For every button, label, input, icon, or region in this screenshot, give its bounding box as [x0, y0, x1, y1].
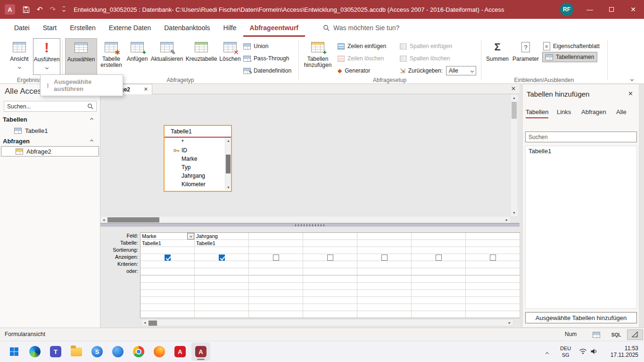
scroll-right-icon[interactable]: ► [506, 320, 513, 326]
ribbon-tab-abfrageentwurf[interactable]: Abfrageentwurf [243, 19, 305, 37]
grid-horizontal-scrollbar[interactable]: ◄ ► [141, 319, 513, 326]
pane-splitter[interactable] [100, 223, 520, 227]
grid-cell-tabelle-5[interactable] [357, 240, 412, 247]
query-design-surface[interactable]: Tabelle1 * ID Marke Typ Jahrgang Kilomet… [100, 94, 510, 216]
field-list-scrollbar[interactable]: ▲ ▼ [225, 138, 231, 190]
table-names-button[interactable]: Tabellennamen [542, 52, 597, 62]
access-taskbar-button[interactable]: A [191, 343, 210, 361]
field-dropdown-icon[interactable] [187, 233, 194, 239]
show-checkbox[interactable] [381, 255, 388, 261]
scroll-left-icon[interactable]: ◄ [141, 320, 148, 326]
ribbon-tab-datenbanktools[interactable]: Datenbanktools [157, 19, 216, 37]
show-checkbox[interactable] [490, 255, 496, 261]
access-app-icon[interactable]: A [5, 4, 15, 15]
grid-sortierung-row[interactable] [140, 247, 520, 254]
design-view-button[interactable] [627, 329, 643, 340]
browser-taskbar-button[interactable] [108, 343, 127, 361]
pass-through-button[interactable]: → Pass-Through [243, 53, 289, 64]
field-row-jahrgang[interactable]: Jahrgang [165, 172, 231, 180]
grid-cell-tabelle-2[interactable]: Tabelle1 [195, 240, 249, 247]
grid-cell-anzeigen-6[interactable] [412, 254, 466, 261]
skype-taskbar-button[interactable]: S [88, 343, 107, 361]
scrollbar-thumb[interactable] [226, 155, 231, 173]
nav-item-tabelle1[interactable]: Tabelle1 [0, 125, 100, 136]
grid-cell-feld-1[interactable]: Marke [140, 233, 195, 240]
show-checkbox[interactable] [327, 255, 333, 261]
scroll-down-icon[interactable]: ▼ [511, 209, 518, 216]
return-select[interactable]: Alle [446, 66, 476, 75]
grid-cell-feld-5[interactable] [357, 233, 412, 240]
crosstab-button[interactable]: Kreuztabelle [185, 38, 218, 75]
scrollbar-thumb[interactable] [512, 102, 517, 119]
grid-cell-anzeigen-3[interactable] [249, 254, 303, 261]
scroll-right-icon[interactable]: ► [504, 216, 510, 223]
show-checkbox[interactable] [273, 255, 279, 261]
language-indicator[interactable]: DEU SG [560, 345, 571, 358]
field-list-title[interactable]: Tabelle1 [165, 126, 231, 138]
grid-cell-anzeigen-1[interactable] [140, 254, 195, 261]
tell-me-search[interactable] [323, 24, 418, 32]
account-avatar[interactable]: RF [560, 3, 573, 16]
tray-chevron-up-icon[interactable] [546, 350, 548, 356]
grid-cell-tabelle-1[interactable]: Tabelle1 [140, 240, 195, 247]
ribbon-tab-datei[interactable]: Datei [8, 19, 36, 37]
teams-taskbar-button[interactable]: T [46, 343, 65, 361]
grid-cell-feld-4[interactable] [303, 233, 357, 240]
delete-query-button[interactable]: ✕ Löschen [219, 38, 241, 75]
nav-item-abfrage2[interactable]: Abfrage2 [1, 146, 99, 156]
field-row-kilometer[interactable]: Kilometer [165, 180, 231, 189]
scroll-up-icon[interactable]: ▲ [225, 138, 231, 143]
update-button[interactable]: ✎ Aktualisieren [150, 38, 184, 75]
grid-cell-anzeigen-4[interactable] [303, 254, 357, 261]
nav-group-abfragen[interactable]: Abfragen [0, 136, 100, 146]
minimize-button[interactable]: — [579, 0, 601, 19]
select-query-button[interactable]: Auswählen [65, 38, 97, 75]
grid-cell-tabelle-6[interactable] [412, 240, 466, 247]
maximize-button[interactable] [601, 0, 622, 19]
grid-kriterien-row[interactable] [140, 261, 520, 268]
file-explorer-taskbar-button[interactable] [67, 343, 86, 361]
add-tables-button[interactable]: + Tabellen hinzufügen [302, 38, 334, 75]
field-list-tabelle1[interactable]: Tabelle1 * ID Marke Typ Jahrgang Kilomet… [164, 125, 232, 192]
grid-cell-feld-3[interactable] [249, 233, 303, 240]
panel-list-item-tabelle1[interactable]: Tabelle1 [526, 146, 636, 156]
property-sheet-button[interactable]: ≡ Eigenschaftenblatt [543, 41, 600, 52]
redo-icon[interactable]: ↷ [50, 5, 56, 14]
show-checkbox[interactable] [436, 255, 442, 261]
network-icon[interactable] [579, 348, 587, 354]
panel-search-box[interactable] [525, 132, 637, 142]
panel-tab-abfragen[interactable]: Abfragen [581, 107, 606, 118]
field-row-marke[interactable]: Marke [165, 155, 231, 163]
panel-tab-tabellen[interactable]: Tabellen [526, 107, 548, 118]
nav-search-input[interactable] [7, 103, 85, 110]
save-icon[interactable] [23, 6, 30, 13]
view-button[interactable]: Ansicht [7, 38, 32, 75]
data-definition-button[interactable]: ✎ Datendefinition [243, 65, 291, 76]
chrome-taskbar-button[interactable] [129, 343, 148, 361]
run-button[interactable]: ! Ausführen [33, 38, 60, 75]
grid-cell-anzeigen-5[interactable] [357, 254, 412, 261]
scrollbar-thumb[interactable] [149, 321, 157, 326]
ribbon-tab-externe-daten[interactable]: Externe Daten [102, 19, 158, 37]
grid-cell-anzeigen-2[interactable] [195, 254, 249, 261]
field-row-id[interactable]: ID [165, 146, 231, 155]
show-checkbox[interactable] [165, 255, 171, 261]
close-document-icon[interactable]: ✕ [511, 85, 516, 92]
grid-cell-anzeigen-7[interactable] [466, 254, 520, 261]
close-panel-icon[interactable]: ✕ [628, 90, 633, 97]
grid-empty-rows[interactable] [140, 275, 520, 318]
panel-tab-alle[interactable]: Alle [616, 107, 627, 118]
field-row-asterisk[interactable]: * [165, 138, 231, 146]
grid-cell-feld-6[interactable] [412, 233, 466, 240]
ribbon-tab-hilfe[interactable]: Hilfe [217, 19, 243, 37]
make-table-button[interactable]: ✱ Tabelle erstellen [98, 38, 124, 75]
grid-cell-feld-7[interactable] [466, 233, 520, 240]
collapse-ribbon-icon[interactable] [631, 75, 633, 82]
parameters-button[interactable]: ? Parameter [512, 38, 539, 75]
nav-group-tabellen[interactable]: Tabellen [0, 114, 100, 124]
totals-button[interactable]: Σ Summen [485, 38, 510, 75]
panel-tab-links[interactable]: Links [557, 107, 571, 118]
volume-icon[interactable] [590, 348, 598, 354]
close-button[interactable]: ✕ [622, 0, 644, 19]
close-tab-icon[interactable]: ✕ [144, 86, 148, 92]
